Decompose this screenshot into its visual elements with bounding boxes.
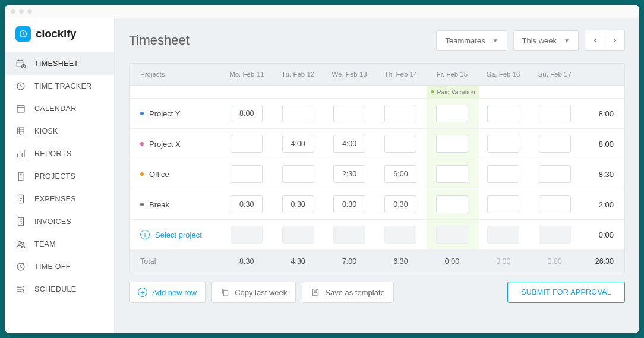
project-cell[interactable]: Office [132, 170, 221, 179]
sidebar-item-schedule[interactable]: SCHEDULE [5, 278, 114, 301]
sidebar-item-projects[interactable]: PROJECTS [5, 165, 114, 188]
project-cell[interactable]: Project Y [132, 109, 221, 118]
sidebar-item-timesheet[interactable]: TIMESHEET [5, 52, 114, 75]
sidebar-item-time-off[interactable]: TIME OFF [5, 255, 114, 278]
time-input-disabled [487, 226, 519, 244]
sidebar-item-reports[interactable]: REPORTS [5, 143, 114, 165]
brand-logo: clockify [5, 18, 114, 52]
svg-rect-6 [18, 195, 24, 203]
sidebar-item-label: CALENDAR [34, 105, 76, 113]
select-project-label: Select project [155, 230, 202, 239]
time-input[interactable] [384, 195, 416, 213]
time-input[interactable] [436, 165, 468, 183]
svg-rect-14 [314, 293, 317, 295]
time-input[interactable] [539, 165, 571, 183]
reports-icon [15, 149, 26, 159]
time-input[interactable] [487, 165, 519, 183]
time-input[interactable] [231, 165, 263, 183]
prev-week-button[interactable] [585, 30, 605, 51]
copy-last-week-button[interactable]: Copy last week [211, 282, 296, 303]
svg-point-11 [23, 286, 24, 288]
time-input[interactable] [487, 135, 519, 153]
time-input[interactable] [384, 135, 416, 153]
time-input[interactable] [539, 195, 571, 213]
sidebar-item-label: SCHEDULE [34, 285, 76, 293]
date-range-dropdown[interactable]: This week ▼ [513, 30, 579, 51]
timesheet-table: ProjectsMo. Feb 11Tu. Feb 12We, Feb 13Th… [129, 63, 625, 273]
save-template-label: Save as template [325, 288, 384, 297]
sidebar-item-invoices[interactable]: INVOICES [5, 210, 114, 233]
totals-day: 8:30 [221, 257, 272, 266]
project-row: Break2:00 [130, 189, 624, 220]
time-input[interactable] [282, 195, 314, 213]
save-template-button[interactable]: Save as template [302, 282, 393, 303]
totals-day: 0:00 [427, 257, 478, 266]
time-input[interactable] [436, 105, 468, 122]
caret-down-icon: ▼ [564, 37, 570, 44]
project-cell[interactable]: Break [132, 200, 221, 209]
time-input[interactable] [231, 105, 263, 122]
copy-last-week-label: Copy last week [235, 288, 287, 297]
row-total: 0:00 [580, 230, 622, 239]
row-total: 8:00 [580, 140, 622, 149]
sidebar-item-calendar[interactable]: CALENDAR [5, 97, 114, 120]
main-content: Timesheet Teammates ▼ This week ▼ [115, 18, 639, 333]
sidebar-item-kiosk[interactable]: KIOSK [5, 120, 114, 143]
plus-circle-icon: + [140, 230, 150, 239]
holiday-label: Paid Vacation [437, 89, 475, 96]
time-input[interactable] [333, 105, 365, 122]
time-input[interactable] [487, 105, 519, 122]
time-input[interactable] [487, 195, 519, 213]
brand-name: clockify [36, 27, 76, 40]
time-input-disabled [231, 226, 263, 244]
row-total: 8:30 [580, 170, 622, 179]
sidebar-item-label: PROJECTS [34, 172, 75, 181]
page-title: Timesheet [129, 33, 190, 48]
time-input[interactable] [282, 105, 314, 122]
project-cell[interactable]: Project X [132, 140, 221, 149]
sidebar-item-label: TIME OFF [34, 263, 71, 271]
projects-icon [15, 171, 26, 182]
clock-icon [15, 81, 26, 91]
teammates-dropdown[interactable]: Teammates ▼ [436, 30, 507, 51]
totals-label: Total [132, 257, 221, 266]
project-row: Project Y8:00 [130, 99, 624, 129]
time-input[interactable] [539, 105, 571, 122]
time-input[interactable] [384, 165, 416, 183]
sidebar-item-expenses[interactable]: EXPENSES [5, 188, 114, 210]
time-input[interactable] [231, 135, 263, 153]
time-input[interactable] [436, 195, 468, 213]
time-input[interactable] [231, 195, 263, 213]
brand-mark-icon [15, 26, 31, 42]
svg-rect-4 [17, 106, 24, 112]
sidebar-item-team[interactable]: TEAM [5, 233, 114, 255]
expenses-icon [15, 194, 26, 204]
project-name: Project X [149, 140, 181, 149]
time-input[interactable] [282, 135, 314, 153]
project-name: Break [149, 200, 169, 209]
time-input[interactable] [333, 135, 365, 153]
status-dot-icon [431, 90, 434, 93]
sidebar-item-label: TIME TRACKER [34, 82, 91, 90]
sidebar-item-label: KIOSK [34, 127, 58, 135]
column-header-day: Su, Feb 17 [529, 71, 580, 78]
time-input[interactable] [539, 135, 571, 153]
sidebar-item-time-tracker[interactable]: TIME TRACKER [5, 75, 114, 97]
totals-day: 6:30 [375, 257, 426, 266]
time-input[interactable] [282, 165, 314, 183]
submit-approval-button[interactable]: SUBMIT FOR APPROVAL [507, 282, 625, 303]
select-project-cell[interactable]: +Select project [132, 230, 221, 239]
time-input[interactable] [384, 105, 416, 122]
project-color-dot-icon [140, 112, 144, 115]
add-row-button[interactable]: + Add new row [129, 282, 206, 303]
time-input[interactable] [436, 135, 468, 153]
column-header-day: Sa, Feb 16 [478, 71, 529, 78]
copy-icon [220, 288, 230, 297]
next-week-button[interactable] [605, 30, 625, 51]
column-header-day: Th, Feb 14 [375, 71, 426, 78]
select-project-row: +Select project0:00 [130, 220, 624, 250]
teammates-dropdown-label: Teammates [445, 36, 485, 45]
row-total: 2:00 [580, 200, 622, 209]
time-input[interactable] [333, 195, 365, 213]
time-input[interactable] [333, 165, 365, 183]
